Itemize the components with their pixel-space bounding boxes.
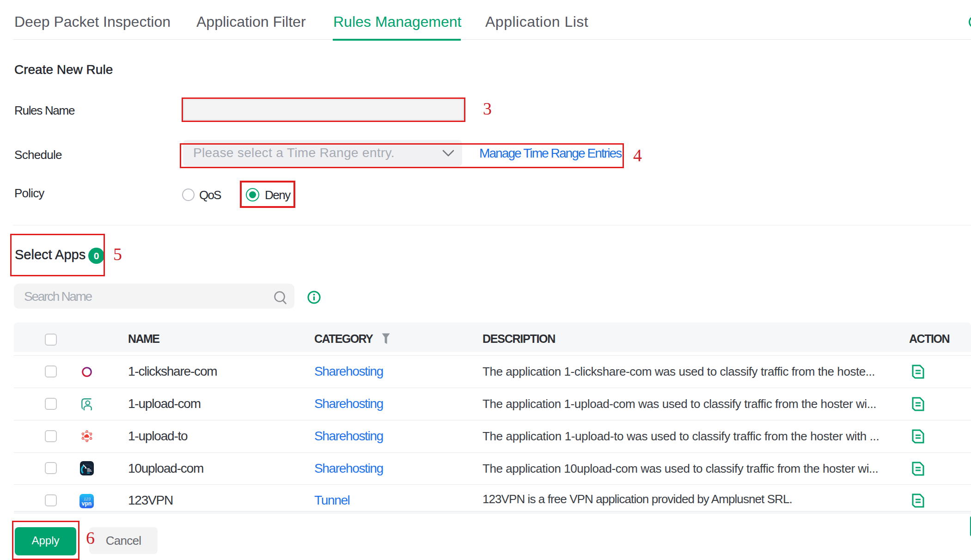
svg-text:vpn: vpn (82, 500, 92, 507)
